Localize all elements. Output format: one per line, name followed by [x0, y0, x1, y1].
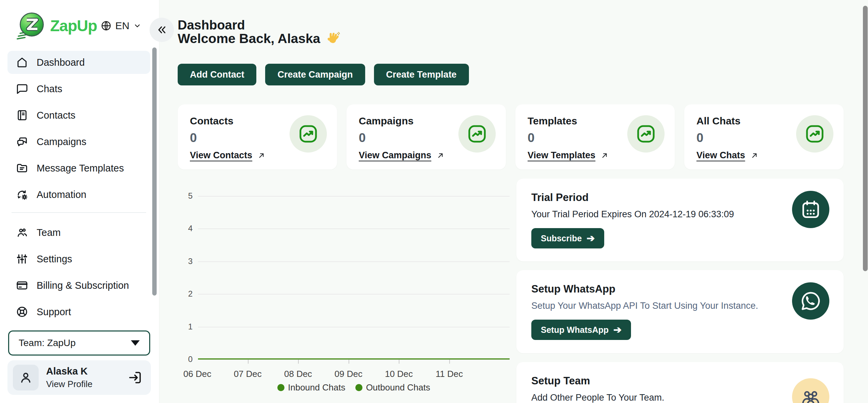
person-icon [18, 370, 34, 385]
sidebar-item-label: Team [37, 227, 61, 238]
trial-period-title: Trial Period [531, 192, 829, 204]
team-selector-label: Team: ZapUp [19, 338, 76, 348]
sidebar-item-team[interactable]: Team [7, 221, 150, 244]
stat-card-templates: Templates0View Templates [515, 104, 675, 169]
arrow-up-right-icon [600, 151, 609, 160]
sidebar-item-chats[interactable]: Chats [7, 77, 150, 100]
stat-trend-badge [458, 115, 496, 153]
stat-link-label: View Chats [696, 150, 745, 161]
y-axis-tick-label: 1 [178, 322, 193, 331]
stat-trend-badge [290, 115, 327, 153]
view-campaigns-link[interactable]: View Campaigns [359, 150, 445, 161]
y-axis-tick-label: 4 [178, 224, 193, 233]
page-scrollbar[interactable] [863, 6, 868, 271]
stat-link-label: View Contacts [190, 150, 252, 161]
chart-series-lines [198, 183, 510, 403]
chevron-down-icon [133, 21, 142, 30]
setup-whatsapp-subtitle: Setup Your WhatsApp API To Start Using Y… [531, 301, 829, 311]
arrow-right-icon: ➔ [613, 324, 622, 336]
stat-trend-badge [627, 115, 665, 153]
setup-team-card: Setup Team Add Other People To Your Team… [516, 362, 844, 403]
setup-panels-column: Trial Period Your Trial Period Expires O… [516, 179, 844, 403]
welcome-text: Welcome Back, Alaska [178, 31, 320, 46]
setup-whatsapp-button[interactable]: Setup WhatsApp ➔ [531, 320, 631, 340]
view-templates-link[interactable]: View Templates [528, 150, 609, 161]
sidebar-item-label: Automation [37, 189, 86, 200]
inbound-outbound-chats-chart: 54321006 Dec07 Dec08 Dec09 Dec10 Dec11 D… [178, 183, 518, 403]
nav-divider [12, 212, 146, 213]
sidebar-item-label: Billing & Subscription [37, 280, 129, 291]
setup-whatsapp-title: Setup WhatsApp [531, 283, 829, 295]
team-icon [16, 226, 28, 239]
setup-team-subtitle: Add Other People To Your Team. [531, 392, 829, 403]
y-axis-tick-label: 5 [178, 191, 193, 201]
subscribe-button-label: Subscribe [541, 234, 582, 243]
trending-up-icon [466, 123, 488, 145]
arrow-right-icon: ➔ [587, 233, 595, 244]
button-label: Create Campaign [277, 69, 353, 80]
arrow-up-right-icon [257, 151, 266, 160]
sidebar-item-contacts[interactable]: Contacts [7, 104, 150, 127]
y-axis-tick-label: 3 [178, 257, 193, 266]
chat-icon [16, 82, 28, 95]
sidebar-collapse-button[interactable] [150, 18, 174, 42]
sidebar-item-dashboard[interactable]: Dashboard [7, 51, 150, 74]
team-selector-dropdown[interactable]: Team: ZapUp [8, 330, 150, 356]
setup-team-title: Setup Team [531, 375, 829, 387]
sidebar-item-label: Message Templates [37, 163, 124, 174]
create-template-button[interactable]: Create Template [374, 64, 469, 85]
avatar [13, 365, 39, 390]
stat-card-all-chats: All Chats0View Chats [684, 104, 844, 169]
stat-card-campaigns: Campaigns0View Campaigns [347, 104, 506, 169]
page-title: Dashboard [178, 18, 245, 33]
sidebar-scrollbar[interactable] [152, 47, 157, 296]
caret-down-icon [131, 340, 140, 346]
sidebar-item-label: Dashboard [37, 57, 85, 68]
arrow-up-right-icon [750, 151, 759, 160]
profile-name: Alaska K [46, 366, 93, 377]
button-label: Add Contact [190, 69, 244, 80]
stat-trend-badge [796, 115, 833, 153]
stat-card-contacts: Contacts0View Contacts [178, 104, 337, 169]
campaigns-icon [16, 135, 28, 148]
create-campaign-button[interactable]: Create Campaign [265, 64, 365, 85]
sidebar-item-settings[interactable]: Settings [7, 247, 150, 270]
legend-dot-icon [355, 384, 362, 391]
stat-link-label: View Campaigns [359, 150, 431, 161]
sidebar-item-label: Chats [37, 83, 62, 95]
setup-whatsapp-button-label: Setup WhatsApp [541, 325, 609, 335]
sidebar-item-billing-subscription[interactable]: Billing & Subscription [7, 274, 150, 297]
profile-card[interactable]: Alaska K View Profile [7, 360, 151, 395]
legend-label: Inbound Chats [288, 382, 345, 393]
sidebar-header: ZapUp EN [0, 0, 159, 46]
home-icon [16, 56, 28, 69]
subscribe-button[interactable]: Subscribe ➔ [531, 228, 604, 248]
trial-period-subtitle: Your Trial Period Expires On 2024-12-19 … [531, 209, 829, 220]
logout-icon[interactable] [127, 370, 143, 385]
billing-card-icon [16, 279, 28, 292]
sidebar-item-campaigns[interactable]: Campaigns [7, 130, 150, 153]
view-profile-link[interactable]: View Profile [46, 379, 93, 389]
trending-up-icon [635, 123, 657, 145]
automation-icon [16, 188, 28, 201]
main-content: Dashboard Welcome Back, Alaska Add Conta… [160, 0, 868, 403]
legend-item-inbound-chats: Inbound Chats [277, 382, 345, 393]
button-label: Create Template [386, 69, 457, 80]
legend-label: Outbound Chats [366, 382, 430, 393]
whatsapp-icon [792, 282, 829, 320]
language-selector[interactable]: EN [100, 20, 142, 32]
sidebar-item-label: Support [37, 306, 71, 318]
waving-hand-emoji [326, 32, 340, 46]
stat-cards-row: Contacts0View ContactsCampaigns0View Cam… [178, 104, 844, 169]
add-contact-button[interactable]: Add Contact [178, 64, 256, 85]
sidebar-item-message-templates[interactable]: Message Templates [7, 157, 150, 180]
arrow-up-right-icon [436, 151, 445, 160]
view-chats-link[interactable]: View Chats [696, 150, 759, 161]
sidebar-item-label: Campaigns [37, 136, 86, 147]
globe-icon [100, 20, 112, 32]
sidebar-item-automation[interactable]: Automation [7, 183, 150, 206]
view-contacts-link[interactable]: View Contacts [190, 150, 266, 161]
sidebar-item-support[interactable]: Support [7, 300, 150, 323]
contacts-icon [16, 109, 28, 122]
chart-legend: Inbound ChatsOutbound Chats [198, 382, 510, 393]
